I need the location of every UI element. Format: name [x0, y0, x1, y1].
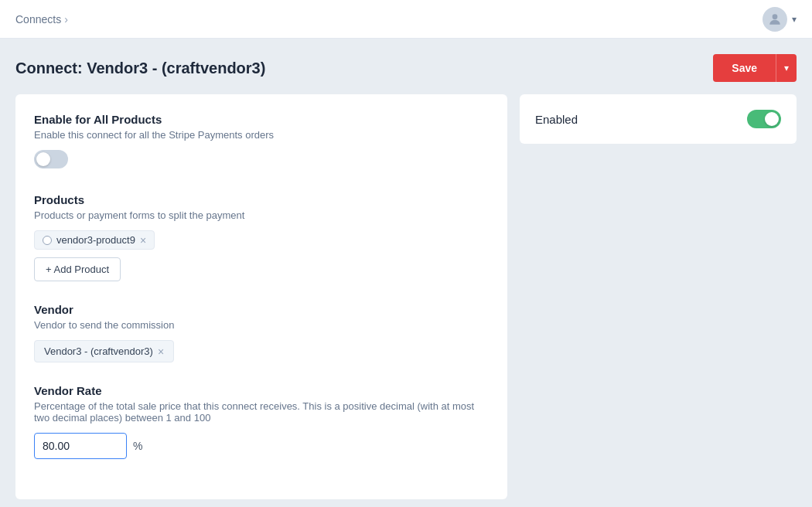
- vendor-section-desc: Vendor to send the commission: [34, 319, 489, 331]
- vendor-section: Vendor Vendor to send the commission Ven…: [34, 303, 489, 362]
- products-section: Products Products or payment forms to sp…: [34, 193, 489, 281]
- main-content: Enable for All Products Enable this conn…: [0, 94, 812, 507]
- enable-section-title: Enable for All Products: [34, 113, 489, 126]
- rate-input-wrap: %: [34, 433, 489, 459]
- enable-toggle[interactable]: [34, 150, 68, 168]
- user-menu[interactable]: ▾: [763, 7, 797, 32]
- breadcrumb-separator: ›: [64, 13, 68, 26]
- enable-section-desc: Enable this connect for all the Stripe P…: [34, 129, 489, 141]
- right-panel: Enabled: [520, 94, 797, 144]
- vendor-rate-title: Vendor Rate: [34, 384, 489, 397]
- product-tag-remove-button[interactable]: ×: [140, 235, 146, 246]
- chevron-down-icon: ▾: [792, 14, 797, 25]
- product-tag: vendor3-product9 ×: [34, 230, 155, 250]
- page-title: Connect: Vendor3 - (craftvendor3): [15, 60, 265, 77]
- rate-unit-label: %: [133, 440, 142, 452]
- product-tag-label: vendor3-product9: [56, 234, 135, 246]
- vendor-section-title: Vendor: [34, 303, 489, 316]
- top-nav: Connects › ▾: [0, 0, 812, 39]
- enable-section: Enable for All Products Enable this conn…: [34, 113, 489, 172]
- page-header: Connect: Vendor3 - (craftvendor3) Save ▾: [0, 39, 812, 94]
- enabled-row: Enabled: [535, 110, 781, 128]
- breadcrumb-connects-link[interactable]: Connects: [15, 13, 61, 26]
- vendor-rate-section: Vendor Rate Percentage of the total sale…: [34, 384, 489, 459]
- enabled-toggle[interactable]: [747, 110, 781, 128]
- enabled-label: Enabled: [535, 113, 578, 126]
- breadcrumb: Connects ›: [15, 13, 68, 26]
- product-radio-icon: [43, 236, 52, 245]
- products-section-title: Products: [34, 193, 489, 206]
- product-tag-list: vendor3-product9 ×: [34, 230, 489, 250]
- svg-point-0: [773, 14, 778, 19]
- enabled-toggle-thumb: [765, 112, 779, 126]
- chevron-down-icon: ▾: [784, 63, 789, 73]
- enabled-toggle-wrap[interactable]: [747, 110, 781, 128]
- vendor-tag-remove-button[interactable]: ×: [158, 346, 164, 357]
- enable-toggle-wrap[interactable]: [34, 150, 68, 168]
- products-section-desc: Products or payment forms to split the p…: [34, 209, 489, 221]
- avatar: [763, 7, 787, 32]
- add-product-button[interactable]: + Add Product: [34, 257, 121, 281]
- save-button[interactable]: Save: [713, 54, 776, 82]
- left-panel: Enable for All Products Enable this conn…: [15, 94, 507, 499]
- save-button-group: Save ▾: [713, 54, 797, 82]
- vendor-rate-input[interactable]: [34, 433, 127, 459]
- vendor-rate-desc: Percentage of the total sale price that …: [34, 400, 489, 424]
- toggle-thumb: [36, 152, 50, 166]
- vendor-tag-list: Vendor3 - (craftvendor3) ×: [34, 340, 489, 362]
- vendor-tag-label: Vendor3 - (craftvendor3): [44, 345, 153, 357]
- vendor-tag: Vendor3 - (craftvendor3) ×: [34, 340, 174, 362]
- save-dropdown-button[interactable]: ▾: [776, 54, 797, 82]
